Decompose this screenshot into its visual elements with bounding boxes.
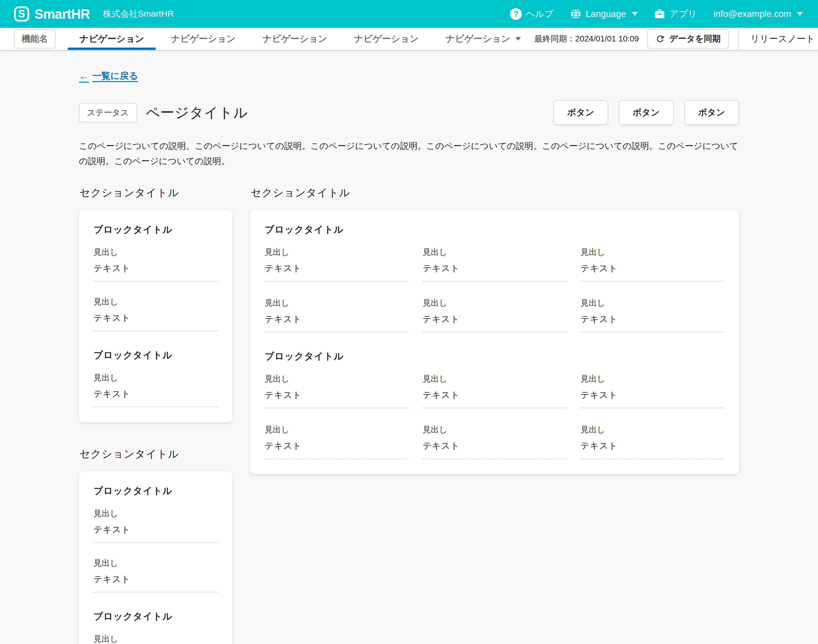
section-title: セクションタイトル	[80, 447, 232, 461]
release-notes-label: リリースノート	[750, 33, 815, 45]
right-column: セクションタイトルブロックタイトル見出しテキスト見出しテキスト見出しテキスト見出…	[250, 186, 739, 474]
definition-description: テキスト	[423, 313, 567, 325]
definition-item: 見出しテキスト	[265, 247, 409, 282]
definition-item: 見出しテキスト	[581, 373, 724, 408]
definition-item: 見出しテキスト	[423, 297, 567, 333]
section-1: セクションタイトルブロックタイトル見出しテキスト見出しテキストブロックタイトル見…	[79, 186, 232, 422]
page-action-button-3[interactable]: ボタン	[684, 100, 739, 125]
nav-item-label: ナビゲーション	[80, 33, 144, 45]
definition-description: テキスト	[265, 440, 409, 452]
definition-term: 見出し	[94, 558, 218, 569]
definition-item: 見出しテキスト	[423, 373, 567, 408]
definition-list: 見出しテキスト見出しテキスト	[94, 508, 218, 593]
apps-label: アプリ	[669, 8, 697, 20]
sync-data-button[interactable]: データを同期	[647, 29, 729, 49]
smarthr-logo-icon: S	[14, 6, 29, 21]
definition-list: 見出しテキスト	[94, 633, 218, 644]
definition-description: テキスト	[94, 262, 218, 274]
language-menu-button[interactable]: Language	[570, 8, 638, 20]
back-to-list-link[interactable]: ← 一覧に戻る	[79, 70, 138, 82]
left-column: セクションタイトルブロックタイトル見出しテキスト見出しテキストブロックタイトル見…	[79, 186, 232, 644]
content-columns: セクションタイトルブロックタイトル見出しテキスト見出しテキストブロックタイトル見…	[79, 186, 739, 644]
definition-item: 見出しテキスト	[94, 372, 218, 407]
definition-list: 見出しテキスト見出しテキスト見出しテキスト見出しテキスト見出しテキスト見出しテキ…	[265, 247, 724, 333]
status-badge: ステータス	[79, 103, 137, 122]
main-content: ← 一覧に戻る ステータス ページタイトル ボタンボタンボタン このページについ…	[79, 50, 739, 644]
definition-description: テキスト	[94, 524, 218, 536]
nav-item-2[interactable]: ナビゲーション	[157, 28, 249, 50]
definition-item: 見出しテキスト	[265, 297, 409, 333]
definition-term: 見出し	[94, 247, 218, 258]
definition-description: テキスト	[94, 312, 218, 324]
definition-term: 見出し	[94, 633, 218, 644]
definition-item: 見出しテキスト	[94, 558, 218, 593]
company-name: 株式会社SmartHR	[103, 8, 174, 20]
chevron-down-icon	[516, 37, 521, 41]
briefcase-icon	[654, 8, 665, 20]
block: ブロックタイトル見出しテキスト	[94, 349, 218, 407]
block: ブロックタイトル見出しテキスト見出しテキスト	[94, 485, 218, 593]
definition-description: テキスト	[581, 313, 724, 325]
definition-item: 見出しテキスト	[265, 373, 409, 408]
nav-items: ナビゲーションナビゲーションナビゲーションナビゲーションナビゲーション	[66, 28, 534, 50]
globe-icon	[570, 8, 582, 20]
block: ブロックタイトル見出しテキスト	[94, 610, 218, 644]
app-header: S SmartHR 株式会社SmartHR ? ヘルプ Language	[0, 0, 818, 28]
nav-item-label: ナビゲーション	[171, 33, 235, 45]
section-3: セクションタイトルブロックタイトル見出しテキスト見出しテキストブロックタイトル見…	[79, 447, 232, 644]
definition-description: テキスト	[581, 440, 724, 452]
definition-item: 見出しテキスト	[94, 508, 218, 543]
nav-item-3[interactable]: ナビゲーション	[249, 28, 341, 50]
definition-description: テキスト	[423, 389, 567, 401]
page-action-button-2[interactable]: ボタン	[619, 100, 674, 125]
block-title: ブロックタイトル	[94, 610, 218, 623]
page-description: このページについての説明。このページについての説明。このページについての説明。こ…	[79, 138, 739, 169]
definition-list: 見出しテキスト見出しテキスト	[94, 247, 218, 331]
definition-description: テキスト	[581, 262, 724, 274]
nav-item-label: ナビゲーション	[263, 33, 327, 45]
appbar-actions: ? ヘルプ Language アプリ	[510, 8, 803, 20]
help-icon: ?	[510, 8, 522, 20]
section-card: ブロックタイトル見出しテキスト見出しテキストブロックタイトル見出しテキスト	[79, 210, 232, 422]
definition-term: 見出し	[265, 424, 409, 435]
nav-right: 最終同期：2024/01/01 10:09 データを同期 リリースノート	[534, 28, 818, 50]
definition-item: 見出しテキスト	[94, 247, 218, 282]
definition-description: テキスト	[265, 262, 409, 274]
page-header-row: ステータス ページタイトル ボタンボタンボタン	[79, 100, 739, 125]
page-title: ページタイトル	[146, 103, 248, 122]
definition-term: 見出し	[265, 297, 409, 308]
block-title: ブロックタイトル	[265, 350, 724, 363]
apps-menu-button[interactable]: アプリ	[654, 8, 697, 20]
definition-item: 見出しテキスト	[94, 633, 218, 644]
definition-item: 見出しテキスト	[581, 247, 724, 282]
section-title: セクションタイトル	[80, 186, 232, 200]
definition-list: 見出しテキスト見出しテキスト見出しテキスト見出しテキスト見出しテキスト見出しテキ…	[265, 373, 724, 459]
language-label: Language	[586, 9, 626, 19]
definition-item: 見出しテキスト	[94, 296, 218, 331]
definition-description: テキスト	[265, 389, 409, 401]
definition-term: 見出し	[94, 296, 218, 307]
release-notes-menu-button[interactable]: リリースノート	[739, 33, 818, 45]
block: ブロックタイトル見出しテキスト見出しテキスト見出しテキスト見出しテキスト見出しテ…	[265, 223, 724, 333]
account-menu-button[interactable]: info@example.com	[713, 9, 803, 19]
help-label: ヘルプ	[526, 8, 554, 20]
definition-term: 見出し	[423, 247, 567, 258]
nav-item-label: ナビゲーション	[446, 33, 510, 45]
section-title: セクションタイトル	[251, 186, 739, 200]
smarthr-logo-text: SmartHR	[34, 6, 90, 22]
smarthr-logo[interactable]: S SmartHR	[14, 6, 90, 22]
nav-item-1[interactable]: ナビゲーション	[66, 28, 157, 50]
nav-item-4[interactable]: ナビゲーション	[341, 28, 432, 50]
page-action-button-1[interactable]: ボタン	[553, 100, 608, 125]
help-button[interactable]: ? ヘルプ	[510, 8, 554, 20]
page-action-buttons: ボタンボタンボタン	[553, 100, 739, 125]
last-sync-label: 最終同期：2024/01/01 10:09	[534, 33, 639, 44]
definition-item: 見出しテキスト	[423, 424, 567, 459]
block-title: ブロックタイトル	[94, 485, 218, 497]
definition-term: 見出し	[265, 247, 409, 258]
chevron-down-icon	[632, 12, 638, 16]
definition-description: テキスト	[265, 313, 409, 325]
definition-term: 見出し	[423, 424, 567, 435]
nav-item-5[interactable]: ナビゲーション	[432, 28, 534, 50]
definition-item: 見出しテキスト	[265, 424, 409, 459]
